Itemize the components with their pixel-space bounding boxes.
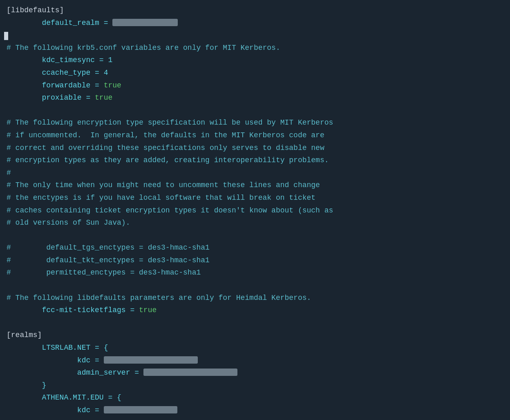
redacted-kdc	[104, 356, 198, 364]
line-default-tkt: # default_tkt_enctypes = des3-hmac-sha1	[7, 254, 503, 267]
line-libdefaults: [libdefaults]	[7, 4, 503, 17]
line-ltsrlab-close: }	[7, 379, 503, 392]
line-ltsrlab-header: LTSRLAB.NET = {	[7, 342, 503, 354]
code-editor: [libdefaults] default_realm = # The foll…	[0, 0, 510, 420]
line-enc-comment-7: # the enctypes is if you have local soft…	[7, 192, 503, 204]
line-kdc-timesync: kdc_timesync = 1	[7, 54, 503, 67]
line-enc-comment-8: # caches containing ticket encryption ty…	[7, 204, 503, 217]
line-enc-comment-1: # The following encryption type specific…	[7, 116, 503, 129]
line-permitted: # permitted_enctypes = des3-hmac-sha1	[7, 266, 503, 279]
line-enc-comment-5: #	[7, 167, 503, 179]
line-ccache-type: ccache_type = 4	[7, 67, 503, 79]
line-blank-3	[7, 229, 503, 242]
line-blank-1	[7, 29, 503, 42]
line-forwardable: forwardable = true	[7, 79, 503, 92]
line-proxiable: proxiable = true	[7, 92, 503, 104]
line-heimdal-comment: # The following libdefaults parameters a…	[7, 292, 503, 304]
line-realms: [realms]	[7, 329, 503, 342]
line-ltsrlab-kdc: kdc =	[7, 354, 503, 367]
line-ltsrlab-admin: admin_server =	[7, 366, 503, 379]
line-default-tgs: # default_tgs_enctypes = des3-hmac-sha1	[7, 241, 503, 254]
line-enc-comment-4: # encryption types as they are added, cr…	[7, 154, 503, 167]
redacted-admin-server	[143, 369, 237, 376]
line-blank-4	[7, 279, 503, 292]
redacted-default-realm	[112, 19, 178, 26]
line-fcc-mit: fcc-mit-ticketflags = true	[7, 304, 503, 317]
line-enc-comment-6: # The only time when you might need to u…	[7, 179, 503, 192]
line-blank-2	[7, 104, 503, 117]
line-enc-comment-2: # if uncommented. In general, the defaul…	[7, 129, 503, 142]
line-default-realm: default_realm =	[7, 17, 503, 29]
line-enc-comment-3: # correct and overriding these specifica…	[7, 142, 503, 154]
line-athena-kdc: kdc =	[7, 404, 503, 417]
line-athena-header: ATHENA.MIT.EDU = {	[7, 391, 503, 404]
line-enc-comment-9: # old versions of Sun Java).	[7, 217, 503, 229]
line-blank-5	[7, 317, 503, 329]
redacted-athena-kdc	[104, 406, 177, 413]
line-comment-1: # The following krb5.conf variables are …	[7, 42, 503, 54]
text-cursor	[4, 32, 8, 40]
